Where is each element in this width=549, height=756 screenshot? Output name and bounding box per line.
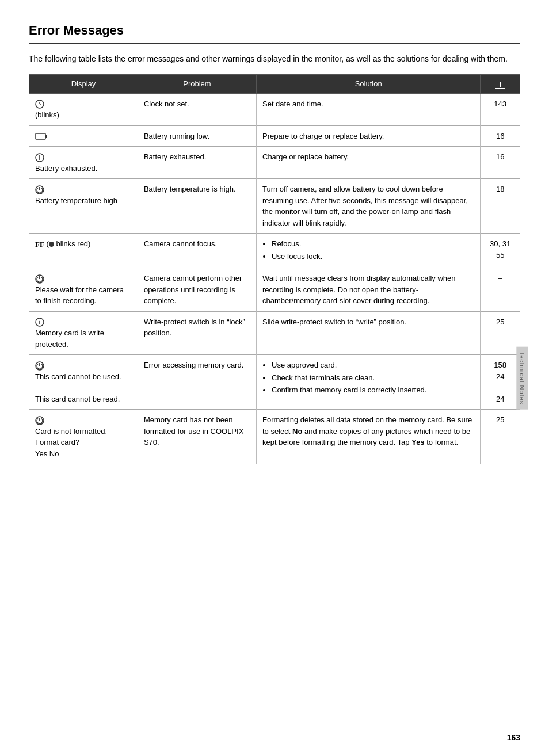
ref-cell: 30, 3155 xyxy=(481,234,520,268)
col-header-solution: Solution xyxy=(257,75,481,94)
solution-cell: Wait until message clears from display a… xyxy=(257,268,481,312)
table-row: Card is not formatted. Format card?Yes N… xyxy=(29,410,520,464)
problem-cell: Battery temperature is high. xyxy=(138,179,256,234)
col-header-ref xyxy=(481,75,520,94)
solution-text: Formatting deletes all data stored on th… xyxy=(262,415,472,446)
ref-cell: 1582424 xyxy=(481,355,520,410)
solution-bullet: Confirm that memory card is correctly in… xyxy=(272,384,474,396)
solution-cell: Formatting deletes all data stored on th… xyxy=(257,410,481,464)
power-icon xyxy=(35,416,44,425)
display-text: Memory card is write protected. xyxy=(35,329,104,349)
book-icon xyxy=(495,81,505,89)
solution-cell: Turn off camera, and allow battery to co… xyxy=(257,179,481,234)
display-text-line: This card cannot be used. xyxy=(35,372,121,381)
display-text: Please wait for the camera to finish rec… xyxy=(35,285,124,306)
ref-cell: 25 xyxy=(481,311,520,355)
ref-cell: 16 xyxy=(481,147,520,179)
solution-cell: Prepare to charge or replace battery. xyxy=(257,125,481,147)
problem-cell: Battery running low. xyxy=(138,125,256,147)
ref-cell: – xyxy=(481,268,520,312)
display-cell: Card is not formatted. Format card?Yes N… xyxy=(29,410,138,464)
display-text-line: Yes No xyxy=(35,449,59,458)
display-text: Battery temperature high xyxy=(35,196,117,205)
svg-rect-3 xyxy=(36,133,45,139)
solution-cell: Set date and time. xyxy=(257,93,481,125)
problem-cell: Battery exhausted. xyxy=(138,147,256,179)
table-row: This card cannot be used.This card canno… xyxy=(29,355,520,410)
table-row: Battery running low.Prepare to charge or… xyxy=(29,125,520,147)
focus-icon: FF xyxy=(35,240,44,249)
display-text-line: This card cannot be read. xyxy=(35,395,120,403)
display-cell: Battery temperature high xyxy=(29,179,138,234)
error-messages-table: Display Problem Solution (blinks)Clock n… xyxy=(29,74,520,464)
table-row: (blinks)Clock not set.Set date and time.… xyxy=(29,93,520,125)
problem-cell: Camera cannot perform other operations u… xyxy=(138,268,256,312)
ref-cell: 18 xyxy=(481,179,520,234)
table-row: Battery temperature highBattery temperat… xyxy=(29,179,520,234)
display-text: Battery exhausted. xyxy=(35,164,97,173)
battery-icon xyxy=(35,133,48,140)
problem-cell: Memory card has not been formatted for u… xyxy=(138,410,256,464)
display-text: (blinks) xyxy=(35,110,59,119)
ref-cell: 16 xyxy=(481,125,520,147)
display-cell: FF ( blinks red) xyxy=(29,234,138,268)
intro-text: The following table lists the error mess… xyxy=(29,53,520,65)
solution-cell: Refocus.Use focus lock. xyxy=(257,234,481,268)
table-row: Please wait for the camera to finish rec… xyxy=(29,268,520,312)
display-text-line: Card is not formatted. Format card? xyxy=(35,427,107,447)
table-row: i Battery exhausted.Battery exhausted.Ch… xyxy=(29,147,520,179)
col-header-problem: Problem xyxy=(138,75,256,94)
info-icon: i xyxy=(35,153,44,162)
solution-cell: Charge or replace battery. xyxy=(257,147,481,179)
problem-cell: Write-protect switch is in “lock” positi… xyxy=(138,311,256,355)
problem-cell: Camera cannot focus. xyxy=(138,234,256,268)
clock-icon xyxy=(35,100,44,109)
page-title: Error Messages xyxy=(29,23,520,44)
power-icon xyxy=(35,361,44,371)
table-row: i Memory card is write protected.Write-p… xyxy=(29,311,520,355)
display-cell: i Memory card is write protected. xyxy=(29,311,138,355)
power-icon xyxy=(35,185,44,194)
info-icon: i xyxy=(35,318,44,327)
solution-cell: Slide write-protect switch to “write” po… xyxy=(257,311,481,355)
display-cell xyxy=(29,125,138,147)
ref-cell: 143 xyxy=(481,93,520,125)
svg-text:i: i xyxy=(39,319,41,326)
solution-bullet: Check that terminals are clean. xyxy=(272,372,474,384)
solution-bullet: Use approved card. xyxy=(272,360,474,371)
problem-cell: Error accessing memory card. xyxy=(138,355,256,410)
focus-display-text: ( blinks red) xyxy=(44,239,91,248)
display-cell: This card cannot be used.This card canno… xyxy=(29,355,138,410)
display-cell: (blinks) xyxy=(29,93,138,125)
table-row: FF ( blinks red)Camera cannot focus.Refo… xyxy=(29,234,520,268)
col-header-display: Display xyxy=(29,75,138,94)
display-cell: i Battery exhausted. xyxy=(29,147,138,179)
side-label: Technical Notes xyxy=(517,347,528,410)
display-cell: Please wait for the camera to finish rec… xyxy=(29,268,138,312)
svg-rect-4 xyxy=(45,135,47,138)
solution-bullet: Use focus lock. xyxy=(272,251,474,262)
solution-bullet: Refocus. xyxy=(272,238,474,250)
solution-cell: Use approved card.Check that terminals a… xyxy=(257,355,481,410)
ref-cell: 25 xyxy=(481,410,520,464)
svg-text:i: i xyxy=(39,155,41,161)
page: Error Messages The following table lists… xyxy=(0,0,549,756)
page-number: 163 xyxy=(507,733,520,742)
power-icon xyxy=(35,274,44,284)
problem-cell: Clock not set. xyxy=(138,93,256,125)
